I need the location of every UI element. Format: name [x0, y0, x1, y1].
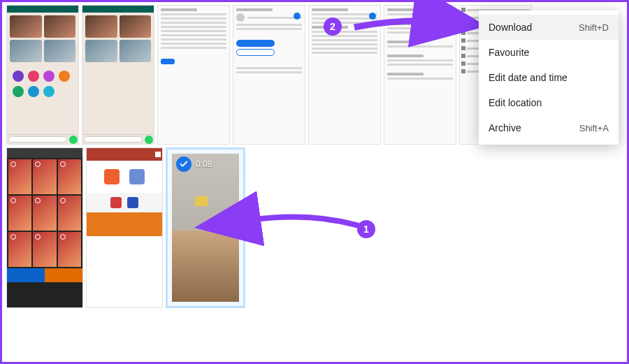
arrow-2 — [349, 10, 482, 48]
thumbnail-settings-2[interactable] — [233, 5, 305, 145]
menu-item-label: Favourite — [489, 47, 598, 58]
menu-item-edit-location[interactable]: Edit location — [479, 90, 619, 115]
menu-item-label: Edit location — [489, 97, 598, 108]
menu-item-favourite[interactable]: Favourite — [479, 40, 619, 65]
menu-item-archive[interactable]: Archive Shift+A — [479, 115, 619, 140]
selected-video-thumbnail[interactable]: 0:08 — [166, 147, 245, 308]
menu-item-label: Edit date and time — [489, 72, 598, 83]
menu-item-edit-date-time[interactable]: Edit date and time — [479, 65, 619, 90]
menu-item-label: Archive — [489, 122, 568, 133]
thumbnail-whatsapp-chat[interactable] — [82, 5, 154, 145]
menu-item-shortcut: Shift+D — [579, 22, 609, 33]
menu-item-download[interactable]: Download Shift+D — [479, 15, 619, 40]
context-menu: Download Shift+D Favourite Edit date and… — [479, 10, 619, 145]
menu-item-shortcut: Shift+A — [579, 123, 609, 133]
thumbnail-video-grid-1[interactable] — [6, 147, 83, 308]
arrow-1 — [240, 205, 366, 242]
thumbnail-whatsapp-attach[interactable] — [6, 5, 79, 145]
selection-check-icon — [176, 156, 191, 172]
thumbnail-recorder-app[interactable] — [86, 147, 163, 308]
step-badge-2: 2 — [324, 17, 342, 36]
menu-item-label: Download — [489, 22, 567, 33]
thumbnail-settings-1[interactable] — [157, 5, 230, 145]
video-duration: 0:08 — [196, 159, 212, 169]
